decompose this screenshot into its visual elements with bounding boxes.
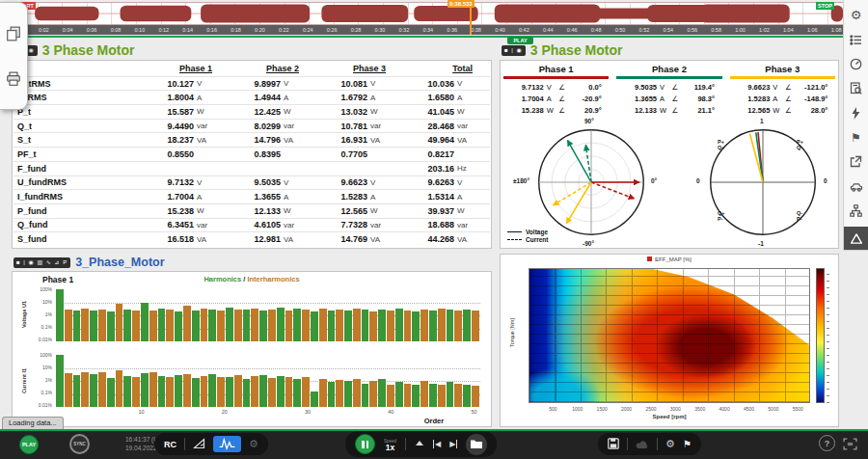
time-tick: 0:04 xyxy=(63,27,73,33)
lightning-icon[interactable] xyxy=(845,102,868,123)
time-tick: 0:42 xyxy=(519,27,529,33)
angle-measure-icon[interactable] xyxy=(193,436,205,453)
skip-forward-icon[interactable]: ▶ xyxy=(449,440,457,448)
harmonic-bar xyxy=(192,378,200,407)
export-gear-icon[interactable]: ⚙ xyxy=(665,438,675,450)
harmonic-bar xyxy=(378,310,386,341)
cloud-icon[interactable] xyxy=(636,436,649,453)
help-icon[interactable]: ? xyxy=(819,435,835,451)
playback-speed[interactable]: Speed 1x xyxy=(384,438,396,451)
harmonic-bar xyxy=(251,376,258,407)
timeline-progress-bar xyxy=(0,36,843,38)
flag-icon[interactable]: ⚑ xyxy=(845,127,868,148)
time-tick: 1:08 xyxy=(831,27,842,33)
time-tick: 0:50 xyxy=(615,27,626,33)
harmonic-bar xyxy=(65,373,72,407)
harmonic-bar xyxy=(268,310,276,341)
harmonic-bar xyxy=(438,385,446,407)
time-tick: 1:06 xyxy=(807,27,818,33)
harmonic-bar xyxy=(141,303,149,341)
harmonic-bar xyxy=(158,309,166,341)
gear-icon[interactable]: ⚙ xyxy=(845,5,868,26)
pf-left-label: 0 xyxy=(696,177,700,184)
skip-back-icon[interactable]: ◀ xyxy=(433,440,441,448)
harmonic-bar xyxy=(420,310,428,341)
time-tick: 0:48 xyxy=(591,27,602,33)
speed-axis-ticks: 5001000150020002500300035004000450050005… xyxy=(529,406,810,413)
table-row: I_tRMS1.8004A1.4944A1.6792A1.6580A xyxy=(14,90,490,104)
fullscreen-icon[interactable] xyxy=(843,437,857,454)
harmonic-bar xyxy=(123,376,131,407)
open-folder-button[interactable] xyxy=(466,434,487,455)
harmonic-bar xyxy=(336,380,343,407)
pf-right-label: 0 xyxy=(824,177,827,184)
harmonic-bar xyxy=(175,375,182,407)
harmonic-bar xyxy=(463,310,471,341)
overview-triangle-icon[interactable] xyxy=(844,227,868,250)
power-factor-diagram: 1 -1 0 0 P+Q+P+Q-Q+P-Q-P- xyxy=(687,118,837,247)
harmonic-bar xyxy=(132,310,140,341)
timeline-overview[interactable] xyxy=(14,2,843,25)
harmonic-bar xyxy=(362,310,369,341)
harmonic-bar xyxy=(208,374,216,407)
colorbar-ticks xyxy=(827,268,829,403)
channel-list-icon[interactable] xyxy=(845,29,868,50)
panel-toolbar[interactable]: ■ | ◉ xyxy=(502,45,526,56)
column-header: Phase 3 xyxy=(312,64,399,73)
print-icon[interactable] xyxy=(4,69,23,89)
harmonic-bar xyxy=(447,382,454,407)
order-axis-ticks: 1020304050 xyxy=(56,409,480,417)
vehicle-icon[interactable] xyxy=(845,176,868,197)
harmonic-bar xyxy=(73,310,81,341)
export-icon[interactable] xyxy=(845,151,868,173)
harmonic-bar xyxy=(251,309,258,341)
harmonic-bar xyxy=(336,310,343,341)
network-icon[interactable] xyxy=(845,201,868,222)
play-mode-badge[interactable]: PLAY xyxy=(19,435,39,454)
flag-icon[interactable]: ⚑ xyxy=(683,439,692,449)
order-axis-label: Order xyxy=(424,417,444,425)
harmonic-bar xyxy=(344,381,352,407)
harmonic-bar xyxy=(56,289,64,341)
table-row: P_fund15.238W12.133W12.565W39.937W xyxy=(14,203,490,218)
efficiency-heatmap xyxy=(529,268,810,403)
harmonic-bar xyxy=(183,374,191,407)
phasor-neg90-label: -90° xyxy=(583,240,594,247)
harmonic-bar xyxy=(81,309,89,342)
harmonic-bar xyxy=(116,370,123,407)
current-line-sample xyxy=(507,239,522,240)
app-window: 0:000:020:040:060:080:100:120:140:160:18… xyxy=(0,0,868,459)
eject-icon[interactable] xyxy=(415,441,424,447)
mode-button-group: RC ⚙ xyxy=(154,433,268,455)
pf-quadrant-label: Q-P- xyxy=(797,210,802,222)
time-tick: 0:34 xyxy=(422,27,433,33)
rc-button[interactable]: RC xyxy=(164,440,176,449)
playback-controls: Speed 1x ◀ ▶ xyxy=(345,431,497,457)
harmonic-bar xyxy=(463,385,471,407)
harmonic-bar xyxy=(454,384,462,407)
harmonic-bar xyxy=(277,376,285,407)
save-icon[interactable] xyxy=(608,436,619,453)
pause-button[interactable] xyxy=(355,434,375,454)
phase-value-cards: Phase 19.7132V∠0.0°1.7004A∠-20.9°15.238W… xyxy=(503,64,835,116)
cursor-time-label: 0:38.533 xyxy=(448,0,475,8)
harmonic-bar xyxy=(353,309,361,341)
copy-pages-icon[interactable] xyxy=(4,24,23,43)
voltage-line-sample xyxy=(507,231,522,232)
gear-icon[interactable]: ⚙ xyxy=(249,438,258,450)
panel-title: 3 Phase Motor xyxy=(530,42,623,58)
harmonic-bar xyxy=(285,310,293,341)
time-tick: 0:06 xyxy=(87,27,97,33)
sync-logo: SYNC xyxy=(69,434,90,454)
report-search-icon[interactable] xyxy=(845,78,868,99)
pf-quadrant-label: Q+P- xyxy=(718,210,725,222)
time-tick: 0:26 xyxy=(327,27,338,33)
harmonic-bar xyxy=(404,310,412,341)
gauge-icon[interactable] xyxy=(845,54,868,75)
waveform-view-button[interactable] xyxy=(213,436,241,452)
harmonic-bar xyxy=(472,310,479,341)
harmonic-bar xyxy=(90,310,97,341)
panel-toolbar[interactable]: ■ | ◉ ▥ ∿ ⊿ P xyxy=(14,257,70,268)
column-header: Phase 2 xyxy=(226,64,312,73)
time-tick: 0:56 xyxy=(687,27,697,33)
